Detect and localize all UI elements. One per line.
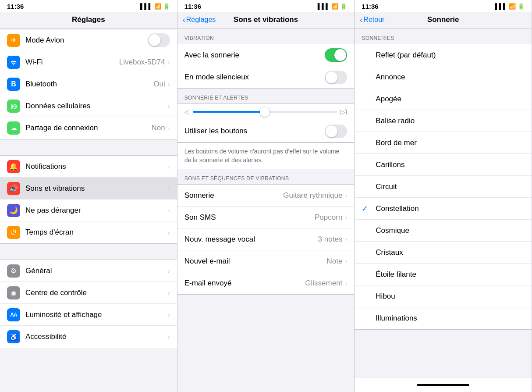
luminosite-chevron: › <box>168 311 170 318</box>
accessibilite-icon: ♿ <box>7 330 20 343</box>
avec-sonnerie-toggle[interactable] <box>325 48 347 62</box>
utiliser-boutons-toggle[interactable] <box>325 125 347 138</box>
general-icon: ⚙ <box>7 264 20 278</box>
time-right: 11:36 <box>362 3 378 10</box>
label-constellation: Constellation <box>376 204 419 213</box>
wifi-chevron: › <box>168 58 170 66</box>
temps-ecran-chevron: › <box>168 229 170 236</box>
mode-silencieux-toggle[interactable] <box>325 71 347 84</box>
nouv-message-vocal-item[interactable]: Nouv. message vocal 3 notes › <box>177 228 355 250</box>
right-item-cristaux[interactable]: Cristaux <box>355 242 532 264</box>
temps-ecran-label: Temps d'écran <box>25 228 168 237</box>
sidebar-item-ne-pas-deranger[interactable]: 🌙 Ne pas déranger › <box>0 200 177 221</box>
donnees-icon: ((•)) <box>7 100 20 113</box>
wifi-icon-right: 📶 <box>509 3 516 10</box>
bluetooth-value: Oui <box>153 80 165 89</box>
partage-chevron: › <box>168 125 170 132</box>
sidebar-item-temps-ecran[interactable]: ⏱ Temps d'écran › <box>0 221 177 243</box>
volume-thumb[interactable] <box>260 107 270 117</box>
email-envoye-label: E-mail envoyé <box>184 279 305 288</box>
son-sms-chevron: › <box>345 214 347 221</box>
mid-back-label: Réglages <box>186 16 216 24</box>
settings-group-1: ✈ Mode Avion Wi-Fi Livebox-5D74 › B Blue… <box>0 29 177 139</box>
vibration-section-title: VIBRATION <box>177 29 355 44</box>
right-item-illuminations[interactable]: Illuminations <box>355 307 532 329</box>
right-item-cosmique[interactable]: Cosmique <box>355 220 532 242</box>
mode-silencieux-label: En mode silencieux <box>184 73 325 82</box>
right-item-hibou[interactable]: Hibou <box>355 285 532 307</box>
mode-avion-toggle[interactable] <box>148 33 170 47</box>
right-item-annonce[interactable]: Annonce <box>355 66 532 88</box>
left-nav-bar: Réglages <box>0 12 177 29</box>
label-cristaux: Cristaux <box>376 248 403 257</box>
general-chevron: › <box>168 267 170 274</box>
label-carillons: Carillons <box>376 160 404 169</box>
status-icons-mid: ▌▌▌ 📶 🔋 <box>318 3 348 10</box>
back-chevron-right: ‹ <box>360 15 362 25</box>
sidebar-item-donnees[interactable]: ((•)) Données cellulaires › <box>0 95 177 117</box>
mid-nav-back[interactable]: ‹ Réglages <box>183 15 216 25</box>
volume-track[interactable] <box>193 111 337 113</box>
separator-1 <box>0 139 177 155</box>
middle-panel: 11:36 ▌▌▌ 📶 🔋 ‹ Réglages Sons et vibrati… <box>177 0 355 392</box>
mid-nav-bar: ‹ Réglages Sons et vibrations <box>177 12 355 29</box>
ne-pas-deranger-icon: 🌙 <box>7 204 20 217</box>
wifi-icon <box>7 56 20 69</box>
accessibilite-chevron: › <box>168 333 170 341</box>
bluetooth-chevron: › <box>168 80 170 88</box>
sons-sequences-title: SONS ET SÉQUENCES DE VIBRATIONS <box>177 169 355 184</box>
centre-controle-label: Centre de contrôle <box>25 289 168 297</box>
sonnerie-item[interactable]: Sonnerie Guitare rythmique › <box>177 185 355 207</box>
sidebar-item-sons[interactable]: 🔊 Sons et vibrations › <box>0 178 177 200</box>
email-envoye-item[interactable]: E-mail envoyé Glissement › <box>177 272 355 294</box>
sidebar-item-wifi[interactable]: Wi-Fi Livebox-5D74 › <box>0 51 177 73</box>
partage-icon: ☁ <box>7 121 20 135</box>
right-item-constellation[interactable]: ✓ Constellation <box>355 198 532 220</box>
label-cosmique: Cosmique <box>376 226 409 235</box>
sidebar-item-centre-controle[interactable]: ◉ Centre de contrôle › <box>0 282 177 304</box>
volume-row[interactable]: ◁ ▷) <box>177 104 355 120</box>
son-sms-item[interactable]: Son SMS Popcorn › <box>177 207 355 228</box>
right-item-reflet[interactable]: Reflet (par défaut) <box>355 44 532 66</box>
avec-sonnerie-label: Avec la sonnerie <box>184 51 325 60</box>
left-panel: 11:36 ▌▌▌ 📶 🔋 Réglages ✈ Mode Avion Wi-F… <box>0 0 177 392</box>
utiliser-boutons-item[interactable]: Utiliser les boutons <box>177 120 355 142</box>
volume-high-icon: ▷) <box>340 108 348 115</box>
nouvel-email-value: Note <box>326 257 342 266</box>
home-bar <box>355 377 532 392</box>
right-item-circuit[interactable]: Circuit <box>355 176 532 198</box>
partage-label: Partage de connexion <box>25 124 151 132</box>
sons-chevron: › <box>168 185 170 192</box>
right-item-carillons[interactable]: Carillons <box>355 154 532 176</box>
left-scroll-content: ✈ Mode Avion Wi-Fi Livebox-5D74 › B Blue… <box>0 29 177 392</box>
sidebar-item-accessibilite[interactable]: ♿ Accessibilité › <box>0 326 177 348</box>
sidebar-item-mode-avion[interactable]: ✈ Mode Avion <box>0 29 177 51</box>
volume-fill <box>193 111 265 113</box>
wifi-icon-mid: 📶 <box>331 3 338 10</box>
donnees-chevron: › <box>168 102 170 110</box>
sidebar-item-luminosite[interactable]: AA Luminosité et affichage › <box>0 304 177 326</box>
son-sms-value: Popcorn <box>315 213 342 222</box>
sons-icon: 🔊 <box>7 182 20 195</box>
wifi-label: Wi-Fi <box>25 58 119 67</box>
mode-silencieux-item[interactable]: En mode silencieux <box>177 66 355 88</box>
settings-group-2: 🔔 Notifications › 🔊 Sons et vibrations ›… <box>0 155 177 244</box>
right-item-bord-de-mer[interactable]: Bord de mer <box>355 132 532 154</box>
right-nav-back[interactable]: ‹ Retour <box>360 15 384 25</box>
avec-sonnerie-item[interactable]: Avec la sonnerie <box>177 44 355 66</box>
label-etoile-filante: Étoile filante <box>376 270 416 279</box>
sidebar-item-notifications[interactable]: 🔔 Notifications › <box>0 156 177 178</box>
home-indicator <box>417 384 469 386</box>
right-item-etoile-filante[interactable]: Étoile filante <box>355 264 532 285</box>
right-item-apogee[interactable]: Apogée <box>355 88 532 110</box>
label-apogee: Apogée <box>376 95 401 103</box>
label-circuit: Circuit <box>376 182 397 191</box>
sonnerie-chevron: › <box>345 192 347 199</box>
sidebar-item-general[interactable]: ⚙ Général › <box>0 260 177 282</box>
sonnerie-value: Guitare rythmique <box>283 191 342 200</box>
sidebar-item-bluetooth[interactable]: B Bluetooth Oui › <box>0 73 177 95</box>
sidebar-item-partage[interactable]: ☁ Partage de connexion Non › <box>0 117 177 139</box>
centre-controle-icon: ◉ <box>7 286 20 299</box>
right-item-balise-radio[interactable]: Balise radio <box>355 110 532 132</box>
nouvel-email-item[interactable]: Nouvel e-mail Note › <box>177 250 355 272</box>
